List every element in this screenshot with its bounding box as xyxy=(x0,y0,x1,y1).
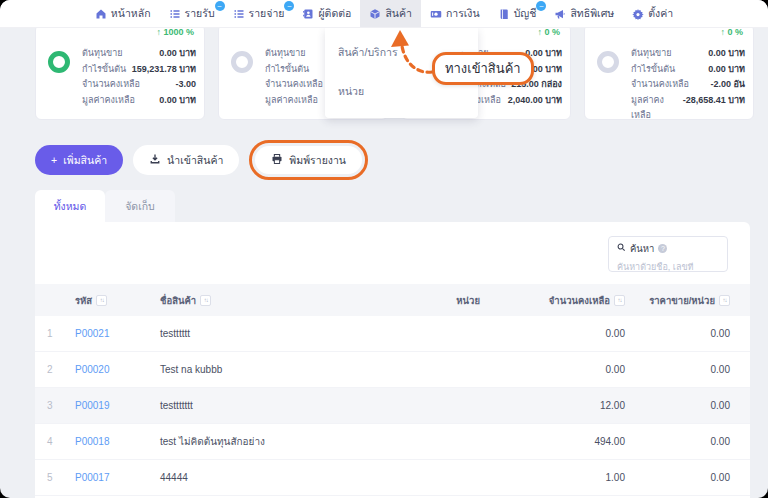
table-row[interactable]: 4 P00018 test ไม่คิดต้นทุนสักอย่าง 494.0… xyxy=(35,424,750,460)
gear-icon xyxy=(632,8,644,20)
add-product-button[interactable]: + เพิ่มสินค้า xyxy=(35,145,123,175)
nav-item-settings[interactable]: ตั้งค่า xyxy=(623,0,682,27)
metric-value: -2.00 อัน xyxy=(710,77,745,93)
metric-label: กำไรขั้นต้น xyxy=(631,62,675,78)
product-code-link[interactable]: P00019 xyxy=(75,400,160,411)
product-code-link[interactable]: P00017 xyxy=(75,472,160,483)
annotation-label: ทางเข้าสินค้า xyxy=(432,52,534,85)
donut-chart-icon xyxy=(231,51,253,73)
table-row[interactable]: 5 P00017 44444 1.00 0.00 xyxy=(35,460,750,496)
table-header-row: รหัส ↑↓ ชื่อสินค้า ↑↓ หน่วย จำนวนคงเหลือ… xyxy=(35,284,750,316)
nav-item-income[interactable]: รายรับ – xyxy=(160,0,224,27)
summary-card: ↑ 0 % ต้นทุนขาย0.00 บาท กำไรขั้นต้น0.00 … xyxy=(584,24,754,120)
metric-label: จำนวนคงเหลือ xyxy=(631,77,689,93)
metric-value: 159,231.78 บาท xyxy=(132,62,196,78)
tab-all[interactable]: ทั้งหมด xyxy=(35,190,105,222)
donut-chart-icon xyxy=(48,51,70,73)
nav-item-accounting[interactable]: บัญชี – xyxy=(489,0,546,27)
app-window: ↑ 1000 % ต้นทุนขาย0.00 บาท กำไรขั้นต้น15… xyxy=(0,0,768,498)
metric-label: จำนวนคงเหลือ xyxy=(82,77,140,93)
accounting-book-icon xyxy=(498,8,510,20)
sort-icon[interactable]: ↑↓ xyxy=(96,295,107,306)
col-qty: จำนวนคงเหลือ ↑↓ xyxy=(480,293,625,308)
product-code-link[interactable]: P00018 xyxy=(75,436,160,447)
nav-item-finance[interactable]: การเงิน xyxy=(421,0,489,27)
donut-chart-icon xyxy=(597,51,619,73)
income-icon xyxy=(169,8,181,20)
search-label: ค้นหา xyxy=(630,241,654,256)
metric-label: มูลค่าคงเหลือ xyxy=(631,93,683,124)
finance-icon xyxy=(430,8,442,20)
toolbar: + เพิ่มสินค้า นำเข้าสินค้า พิมพ์รายงาน xyxy=(35,140,368,180)
help-icon: ? xyxy=(658,244,667,253)
nav-item-contacts[interactable]: ผู้ติดต่อ xyxy=(293,0,360,27)
import-icon xyxy=(149,153,161,167)
nav-item-home[interactable]: หน้าหลัก xyxy=(86,0,160,27)
table-row[interactable]: 1 P00021 testttttt 0.00 0.00 xyxy=(35,316,750,352)
top-navbar: หน้าหลัก รายรับ – รายจ่าย – ผู้ติดต่อ สิ… xyxy=(0,0,768,28)
metric-value: -28,658.41 บาท xyxy=(683,93,745,124)
products-table: รหัส ↑↓ ชื่อสินค้า ↑↓ หน่วย จำนวนคงเหลือ… xyxy=(35,284,750,496)
col-code: รหัส ↑↓ xyxy=(75,293,160,308)
summary-card: ↑ 1000 % ต้นทุนขาย0.00 บาท กำไรขั้นต้น15… xyxy=(35,24,205,120)
col-unit: หน่วย xyxy=(385,293,480,308)
nav-item-products[interactable]: สินค้า xyxy=(360,0,421,27)
expense-icon xyxy=(233,8,245,20)
percent-change: ↑ 0 % xyxy=(537,27,560,37)
plus-icon: + xyxy=(51,154,57,166)
list-tabs: ทั้งหมด จัดเก็บ xyxy=(35,190,175,222)
product-code-link[interactable]: P00021 xyxy=(75,328,160,339)
print-report-button[interactable]: พิมพ์รายงาน xyxy=(255,146,362,174)
sort-icon[interactable]: ↑↓ xyxy=(614,295,625,306)
nav-item-expense[interactable]: รายจ่าย – xyxy=(224,0,294,27)
nav-item-privileges[interactable]: สิทธิพิเศษ xyxy=(545,0,623,27)
metric-label: มูลค่าคงเหลือ xyxy=(265,93,318,109)
table-row[interactable]: 3 P00019 testtttttt 12.00 0.00 xyxy=(35,388,750,424)
print-button-highlight: พิมพ์รายงาน xyxy=(249,140,368,180)
product-code-link[interactable]: P00020 xyxy=(75,364,160,375)
metric-value: 0.00 บาท xyxy=(159,93,196,109)
home-icon xyxy=(95,8,107,20)
metric-label: ต้นทุนขาย xyxy=(631,46,672,62)
col-name: ชื่อสินค้า ↑↓ xyxy=(160,293,385,308)
import-products-button[interactable]: นำเข้าสินค้า xyxy=(133,145,239,175)
metric-value: 0.00 บาท xyxy=(159,46,196,62)
col-price: ราคาขาย/หน่วย ↑↓ xyxy=(625,293,730,308)
metric-label: ต้นทุนขาย xyxy=(265,46,306,62)
percent-change: ↑ 1000 % xyxy=(156,27,194,37)
search-icon xyxy=(617,243,626,254)
metric-label: จำนวนคงเหลือ xyxy=(265,77,323,93)
metric-label: มูลค่าคงเหลือ xyxy=(82,93,135,109)
search-input[interactable] xyxy=(617,262,719,272)
metric-value: -3.00 xyxy=(175,77,196,93)
table-row[interactable]: 2 P00020 Test na kubbb 0.00 0.00 xyxy=(35,352,750,388)
sort-icon[interactable]: ↑↓ xyxy=(719,295,730,306)
products-cube-icon xyxy=(369,8,381,20)
search-box[interactable]: ค้นหา ? xyxy=(608,236,728,272)
megaphone-icon xyxy=(554,8,566,20)
metric-value: 0.00 บาท xyxy=(708,46,745,62)
sort-icon[interactable]: ↑↓ xyxy=(200,295,211,306)
tab-archived[interactable]: จัดเก็บ xyxy=(105,190,175,222)
metric-label: กำไรขั้นต้น xyxy=(265,62,309,78)
contacts-icon xyxy=(302,8,314,20)
metric-label: ต้นทุนขาย xyxy=(82,46,123,62)
products-panel: ค้นหา ? รหัส ↑↓ ชื่อสินค้า ↑↓ หน่วย xyxy=(35,222,750,498)
metric-label: กำไรขั้นต้น xyxy=(82,62,126,78)
metric-value: 2,040.00 บาท xyxy=(508,93,562,109)
printer-icon xyxy=(271,153,283,167)
metric-value: 0.00 บาท xyxy=(708,62,745,78)
percent-change: ↑ 0 % xyxy=(720,27,743,37)
